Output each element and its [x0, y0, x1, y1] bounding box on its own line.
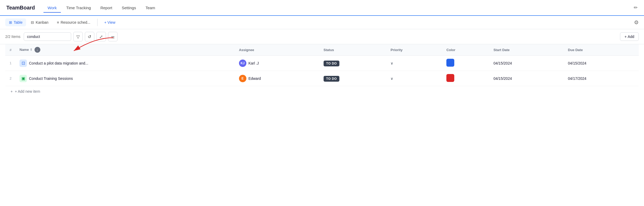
table-icon: ⊞: [9, 20, 12, 24]
nav-item-report[interactable]: Report: [96, 3, 116, 12]
col-header-due-date: Due Date: [564, 44, 639, 56]
color-swatch-1[interactable]: [446, 59, 454, 67]
sort-down-icon[interactable]: ↓: [35, 47, 40, 53]
search-input[interactable]: [24, 32, 71, 41]
nav-item-team[interactable]: Team: [141, 3, 159, 12]
row-num: 1: [5, 56, 16, 71]
assignee-cell: KJ Karl .J: [235, 56, 320, 71]
avatar-edward: E: [239, 75, 246, 82]
nav-item-settings[interactable]: Settings: [118, 3, 140, 12]
row-num: 2: [5, 71, 16, 86]
col-header-name: Name ⇑ ↓: [16, 44, 235, 56]
status-badge-1[interactable]: TO DO: [324, 61, 339, 66]
task-name-1[interactable]: Conduct a pilot data migration and...: [29, 61, 88, 65]
status-cell-2: TO DO: [320, 71, 387, 86]
task-icon-1: ⊡: [19, 60, 27, 67]
status-cell-1: TO DO: [320, 56, 387, 71]
expand-button[interactable]: ⤢: [96, 32, 106, 41]
col-header-assignee: Assignee: [235, 44, 320, 56]
priority-cell-1: ∨: [387, 56, 443, 71]
top-navigation: TeamBoard Work Time Tracking Report Sett…: [0, 0, 644, 16]
nav-item-work[interactable]: Work: [43, 3, 61, 13]
toolbar: 2/2 Items ▽ ↺ ⤢ ⚌ + Add: [0, 29, 644, 44]
refresh-icon: ↺: [88, 34, 91, 39]
view-kanban-button[interactable]: ⊟ Kanban: [27, 18, 52, 26]
view-bar: ⊞ Table ⊟ Kanban ≡ Resource sched... + V…: [0, 16, 644, 29]
color-cell-1: [443, 56, 490, 71]
avatar-karl: KJ: [239, 60, 246, 67]
expand-icon: ⤢: [99, 34, 103, 39]
task-name-cell: ⊡ Conduct a pilot data migration and...: [16, 56, 235, 71]
task-icon-2: ▣: [19, 75, 27, 82]
assignee-name-2: Edward: [248, 76, 261, 81]
view-separator: [97, 19, 97, 26]
filter-icon: ▽: [76, 34, 80, 39]
col-header-priority: Priority: [387, 44, 443, 56]
table-container: # Name ⇑ ↓ Assignee Status Priority Colo…: [0, 44, 644, 97]
kanban-label: Kanban: [36, 20, 48, 24]
settings-icon[interactable]: ⚙: [634, 19, 639, 26]
table-row: 1 ⊡ Conduct a pilot data migration and..…: [5, 56, 639, 71]
resource-label: Resource sched...: [61, 20, 90, 24]
nav-item-time-tracking[interactable]: Time Tracking: [62, 3, 95, 12]
status-badge-2[interactable]: TO DO: [324, 76, 339, 82]
app-logo: TeamBoard: [6, 5, 35, 11]
filter-button[interactable]: ▽: [73, 32, 83, 41]
sort-name-icon[interactable]: ⇑: [30, 48, 32, 52]
priority-chevron-1[interactable]: ∨: [391, 61, 393, 65]
table-label: Table: [14, 20, 22, 24]
start-date-1: 04/15/2024: [490, 56, 564, 71]
resource-icon: ≡: [57, 20, 59, 24]
view-table-button[interactable]: ⊞ Table: [5, 18, 26, 26]
options-icon: ⚌: [111, 34, 115, 39]
priority-chevron-2[interactable]: ∨: [391, 76, 393, 81]
col-header-num: #: [5, 44, 16, 56]
items-count: 2/2 Items: [5, 35, 21, 39]
col-header-start-date: Start Date: [490, 44, 564, 56]
task-name-cell: ▣ Conduct Training Sessions: [16, 71, 235, 86]
plus-icon: +: [11, 89, 13, 94]
due-date-1: 04/15/2024: [564, 56, 639, 71]
col-header-status: Status: [320, 44, 387, 56]
view-resource-button[interactable]: ≡ Resource sched...: [53, 18, 94, 26]
assignee-cell: E Edward: [235, 71, 320, 86]
edit-icon[interactable]: ✏: [634, 5, 638, 11]
options-button[interactable]: ⚌: [108, 32, 118, 41]
color-swatch-2[interactable]: [446, 74, 454, 82]
add-new-item[interactable]: + + Add new item: [5, 86, 639, 97]
add-new-label: + Add new item: [15, 89, 40, 94]
refresh-button[interactable]: ↺: [85, 32, 94, 41]
due-date-2: 04/17/2024: [564, 71, 639, 86]
start-date-2: 04/15/2024: [490, 71, 564, 86]
assignee-name-1: Karl .J: [248, 61, 259, 65]
add-button[interactable]: + Add: [620, 32, 639, 41]
color-cell-2: [443, 71, 490, 86]
priority-cell-2: ∨: [387, 71, 443, 86]
task-name-2[interactable]: Conduct Training Sessions: [29, 76, 73, 81]
col-header-color: Color: [443, 44, 490, 56]
kanban-icon: ⊟: [31, 20, 34, 24]
plus-icon: +: [625, 35, 627, 39]
nav-items: Work Time Tracking Report Settings Team: [43, 3, 159, 12]
add-view-button[interactable]: + View: [101, 18, 119, 26]
table-row: 2 ▣ Conduct Training Sessions E Edward: [5, 71, 639, 86]
data-table: # Name ⇑ ↓ Assignee Status Priority Colo…: [5, 44, 639, 86]
add-label: Add: [628, 35, 634, 39]
table-header-row: # Name ⇑ ↓ Assignee Status Priority Colo…: [5, 44, 639, 56]
